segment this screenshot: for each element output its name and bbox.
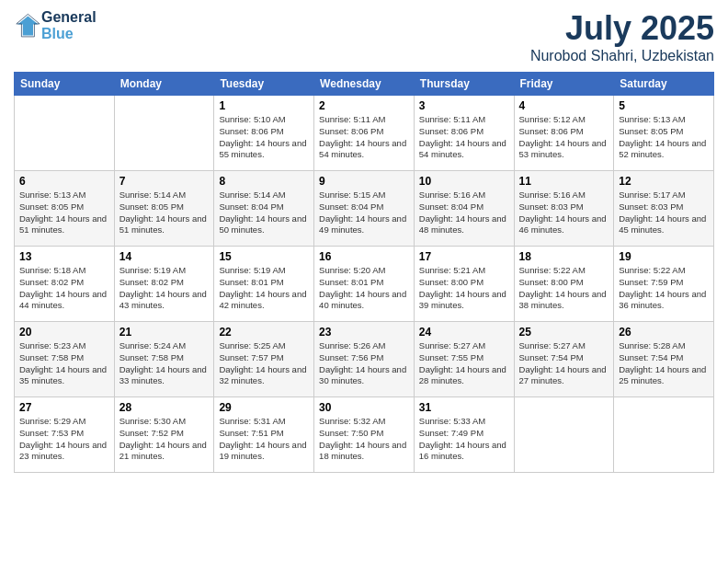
- day-cell-23: 23Sunrise: 5:26 AM Sunset: 7:56 PM Dayli…: [314, 322, 415, 397]
- empty-cell: [514, 397, 614, 473]
- day-number: 10: [419, 175, 509, 188]
- weekday-header-tuesday: Tuesday: [214, 73, 314, 96]
- day-number: 8: [219, 175, 309, 188]
- month-title: July 2025: [530, 9, 714, 48]
- day-info: Sunrise: 5:15 AM Sunset: 8:04 PM Dayligh…: [319, 190, 409, 236]
- day-info: Sunrise: 5:10 AM Sunset: 8:06 PM Dayligh…: [219, 114, 309, 161]
- empty-cell: [114, 96, 214, 171]
- day-info: Sunrise: 5:19 AM Sunset: 8:02 PM Dayligh…: [119, 265, 210, 312]
- day-number: 6: [19, 175, 109, 188]
- day-cell-3: 3Sunrise: 5:11 AM Sunset: 8:06 PM Daylig…: [414, 96, 514, 171]
- day-number: 9: [319, 175, 409, 188]
- day-number: 11: [519, 175, 609, 188]
- day-cell-22: 22Sunrise: 5:25 AM Sunset: 7:57 PM Dayli…: [214, 322, 314, 397]
- day-cell-11: 11Sunrise: 5:16 AM Sunset: 8:03 PM Dayli…: [514, 171, 614, 247]
- day-number: 13: [19, 250, 109, 263]
- day-info: Sunrise: 5:13 AM Sunset: 8:05 PM Dayligh…: [619, 114, 709, 161]
- day-cell-28: 28Sunrise: 5:30 AM Sunset: 7:52 PM Dayli…: [114, 397, 214, 473]
- day-number: 17: [419, 250, 509, 263]
- day-cell-9: 9Sunrise: 5:15 AM Sunset: 8:04 PM Daylig…: [314, 171, 415, 247]
- day-cell-20: 20Sunrise: 5:23 AM Sunset: 7:58 PM Dayli…: [15, 322, 115, 397]
- day-number: 30: [319, 401, 409, 414]
- empty-cell: [614, 397, 714, 473]
- day-info: Sunrise: 5:13 AM Sunset: 8:05 PM Dayligh…: [19, 190, 109, 236]
- svg-marker-0: [17, 16, 38, 35]
- day-info: Sunrise: 5:26 AM Sunset: 7:56 PM Dayligh…: [319, 340, 409, 387]
- week-row-1: 1Sunrise: 5:10 AM Sunset: 8:06 PM Daylig…: [15, 96, 714, 171]
- day-info: Sunrise: 5:27 AM Sunset: 7:54 PM Dayligh…: [519, 340, 609, 387]
- day-info: Sunrise: 5:32 AM Sunset: 7:50 PM Dayligh…: [319, 416, 409, 463]
- day-cell-25: 25Sunrise: 5:27 AM Sunset: 7:54 PM Dayli…: [514, 322, 614, 397]
- weekday-header-saturday: Saturday: [614, 73, 714, 96]
- day-cell-21: 21Sunrise: 5:24 AM Sunset: 7:58 PM Dayli…: [114, 322, 214, 397]
- day-info: Sunrise: 5:28 AM Sunset: 7:54 PM Dayligh…: [619, 340, 709, 387]
- day-number: 20: [19, 326, 109, 339]
- day-cell-30: 30Sunrise: 5:32 AM Sunset: 7:50 PM Dayli…: [314, 397, 415, 473]
- day-cell-6: 6Sunrise: 5:13 AM Sunset: 8:05 PM Daylig…: [15, 171, 115, 247]
- day-number: 27: [19, 401, 109, 414]
- day-info: Sunrise: 5:31 AM Sunset: 7:51 PM Dayligh…: [219, 416, 309, 463]
- day-number: 14: [119, 250, 210, 263]
- day-number: 21: [119, 326, 210, 339]
- weekday-header-monday: Monday: [114, 73, 214, 96]
- title-area: July 2025 Nurobod Shahri, Uzbekistan: [530, 9, 714, 64]
- day-info: Sunrise: 5:22 AM Sunset: 7:59 PM Dayligh…: [619, 265, 709, 312]
- location-title: Nurobod Shahri, Uzbekistan: [530, 48, 714, 64]
- day-info: Sunrise: 5:21 AM Sunset: 8:00 PM Dayligh…: [419, 265, 509, 312]
- day-info: Sunrise: 5:17 AM Sunset: 8:03 PM Dayligh…: [619, 190, 709, 236]
- day-info: Sunrise: 5:12 AM Sunset: 8:06 PM Dayligh…: [519, 114, 609, 161]
- day-info: Sunrise: 5:30 AM Sunset: 7:52 PM Dayligh…: [119, 416, 210, 463]
- logo-icon: [14, 13, 40, 39]
- day-number: 29: [219, 401, 309, 414]
- day-number: 28: [119, 401, 210, 414]
- logo-text-line1: General: [41, 9, 97, 26]
- logo: General Blue: [14, 9, 97, 41]
- day-number: 15: [219, 250, 309, 263]
- weekday-header-friday: Friday: [514, 73, 614, 96]
- day-number: 22: [219, 326, 309, 339]
- day-cell-4: 4Sunrise: 5:12 AM Sunset: 8:06 PM Daylig…: [514, 96, 614, 171]
- day-info: Sunrise: 5:16 AM Sunset: 8:03 PM Dayligh…: [519, 190, 609, 236]
- day-info: Sunrise: 5:29 AM Sunset: 7:53 PM Dayligh…: [19, 416, 109, 463]
- day-number: 3: [419, 99, 509, 112]
- day-number: 24: [419, 326, 509, 339]
- day-cell-1: 1Sunrise: 5:10 AM Sunset: 8:06 PM Daylig…: [214, 96, 314, 171]
- day-info: Sunrise: 5:19 AM Sunset: 8:01 PM Dayligh…: [219, 265, 309, 312]
- day-cell-19: 19Sunrise: 5:22 AM Sunset: 7:59 PM Dayli…: [614, 247, 714, 322]
- day-number: 4: [519, 99, 609, 112]
- day-info: Sunrise: 5:20 AM Sunset: 8:01 PM Dayligh…: [319, 265, 409, 312]
- weekday-header-wednesday: Wednesday: [314, 73, 415, 96]
- day-number: 19: [619, 250, 709, 263]
- day-info: Sunrise: 5:24 AM Sunset: 7:58 PM Dayligh…: [119, 340, 210, 387]
- day-cell-13: 13Sunrise: 5:18 AM Sunset: 8:02 PM Dayli…: [15, 247, 115, 322]
- day-cell-8: 8Sunrise: 5:14 AM Sunset: 8:04 PM Daylig…: [214, 171, 314, 247]
- calendar-table: SundayMondayTuesdayWednesdayThursdayFrid…: [14, 72, 714, 473]
- day-number: 23: [319, 326, 409, 339]
- day-info: Sunrise: 5:23 AM Sunset: 7:58 PM Dayligh…: [19, 340, 109, 387]
- day-number: 16: [319, 250, 409, 263]
- weekday-header-thursday: Thursday: [414, 73, 514, 96]
- day-info: Sunrise: 5:22 AM Sunset: 8:00 PM Dayligh…: [519, 265, 609, 312]
- day-cell-29: 29Sunrise: 5:31 AM Sunset: 7:51 PM Dayli…: [214, 397, 314, 473]
- week-row-5: 27Sunrise: 5:29 AM Sunset: 7:53 PM Dayli…: [15, 397, 714, 473]
- day-cell-16: 16Sunrise: 5:20 AM Sunset: 8:01 PM Dayli…: [314, 247, 415, 322]
- day-cell-2: 2Sunrise: 5:11 AM Sunset: 8:06 PM Daylig…: [314, 96, 415, 171]
- day-cell-7: 7Sunrise: 5:14 AM Sunset: 8:05 PM Daylig…: [114, 171, 214, 247]
- week-row-4: 20Sunrise: 5:23 AM Sunset: 7:58 PM Dayli…: [15, 322, 714, 397]
- day-info: Sunrise: 5:11 AM Sunset: 8:06 PM Dayligh…: [419, 114, 509, 161]
- week-row-2: 6Sunrise: 5:13 AM Sunset: 8:05 PM Daylig…: [15, 171, 714, 247]
- day-cell-10: 10Sunrise: 5:16 AM Sunset: 8:04 PM Dayli…: [414, 171, 514, 247]
- day-number: 2: [319, 99, 409, 112]
- day-number: 7: [119, 175, 210, 188]
- empty-cell: [15, 96, 115, 171]
- day-cell-15: 15Sunrise: 5:19 AM Sunset: 8:01 PM Dayli…: [214, 247, 314, 322]
- day-info: Sunrise: 5:25 AM Sunset: 7:57 PM Dayligh…: [219, 340, 309, 387]
- day-number: 5: [619, 99, 709, 112]
- day-info: Sunrise: 5:27 AM Sunset: 7:55 PM Dayligh…: [419, 340, 509, 387]
- day-cell-14: 14Sunrise: 5:19 AM Sunset: 8:02 PM Dayli…: [114, 247, 214, 322]
- day-info: Sunrise: 5:11 AM Sunset: 8:06 PM Dayligh…: [319, 114, 409, 161]
- weekday-header-sunday: Sunday: [15, 73, 115, 96]
- header: General Blue July 2025 Nurobod Shahri, U…: [14, 9, 714, 64]
- day-cell-31: 31Sunrise: 5:33 AM Sunset: 7:49 PM Dayli…: [414, 397, 514, 473]
- day-number: 26: [619, 326, 709, 339]
